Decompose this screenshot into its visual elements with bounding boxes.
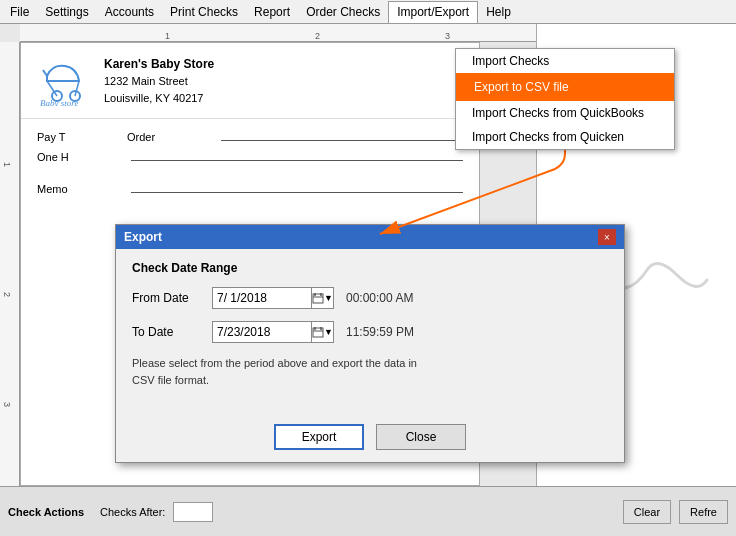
dropdown-import-checks[interactable]: Import Checks — [456, 49, 674, 73]
memo-line — [131, 179, 463, 193]
to-date-value: 7/23/2018 — [217, 325, 270, 339]
svg-text:Baby store: Baby store — [40, 98, 78, 106]
ruler-vtick-1: 1 — [2, 162, 12, 167]
menu-import-export[interactable]: Import/Export — [388, 1, 478, 23]
menu-file[interactable]: File — [2, 2, 37, 22]
memo-label: Memo — [37, 183, 127, 195]
to-date-label: To Date — [132, 325, 212, 339]
from-date-value: 7/ 1/2018 — [217, 291, 267, 305]
checks-after-label: Checks After: — [100, 506, 165, 518]
menu-report[interactable]: Report — [246, 2, 298, 22]
dialog-title: Export — [124, 230, 162, 244]
dialog-body: Check Date Range From Date 7/ 1/2018 — [116, 249, 624, 416]
from-date-label: From Date — [132, 291, 212, 305]
clear-button[interactable]: Clear — [623, 500, 671, 524]
from-date-input-group: 7/ 1/2018 ▼ — [212, 287, 334, 309]
dropdown-import-quickbooks[interactable]: Import Checks from QuickBooks — [456, 101, 674, 125]
import-export-dropdown: Import Checks Export to CSV file Import … — [455, 48, 675, 150]
from-time: 00:00:00 AM — [346, 291, 413, 305]
pay-to-label: Pay T — [37, 131, 127, 143]
amount-line — [131, 147, 463, 161]
to-date-picker-btn[interactable]: ▼ — [312, 321, 334, 343]
pay-to-row: Pay T Order — [37, 127, 463, 143]
to-date-row: To Date 7/23/2018 ▼ — [132, 321, 608, 343]
to-date-input[interactable]: 7/23/2018 — [212, 321, 312, 343]
export-dialog: Export × Check Date Range From Date 7/ 1… — [115, 224, 625, 463]
hint-text: Please select from the period above and … — [132, 355, 608, 388]
check-actions-label: Check Actions — [8, 506, 84, 518]
ruler-vtick-3: 3 — [2, 402, 12, 407]
pay-to-line — [221, 127, 463, 141]
company-address1: 1232 Main Street — [104, 73, 214, 90]
one-hundred-label: One H — [37, 151, 127, 163]
hint-line1: Please select from the period above and … — [132, 357, 417, 369]
app-area: 1 2 3 1 2 3 Baby store — [0, 24, 736, 536]
menu-accounts[interactable]: Accounts — [97, 2, 162, 22]
calendar-icon-2 — [312, 326, 324, 338]
menubar: File Settings Accounts Print Checks Repo… — [0, 0, 736, 24]
from-date-input[interactable]: 7/ 1/2018 — [212, 287, 312, 309]
to-date-input-group: 7/23/2018 ▼ — [212, 321, 334, 343]
dialog-footer: Export Close — [116, 416, 624, 462]
to-time: 11:59:59 PM — [346, 325, 414, 339]
hint-line2: CSV file format. — [132, 374, 209, 386]
dropdown-arrow-icon: ▼ — [324, 293, 333, 303]
check-body: Pay T Order One H Memo — [21, 119, 479, 207]
dialog-titlebar: Export × — [116, 225, 624, 249]
export-button[interactable]: Export — [274, 424, 364, 450]
ruler-vertical: 1 2 3 — [0, 42, 20, 536]
dropdown-import-quicken[interactable]: Import Checks from Quicken — [456, 125, 674, 149]
check-header: Baby store Karen's Baby Store 1232 Main … — [21, 43, 479, 119]
menu-help[interactable]: Help — [478, 2, 519, 22]
dropdown-export-csv[interactable]: Export to CSV file — [456, 73, 674, 101]
company-logo: Baby store — [37, 56, 92, 106]
from-date-picker-btn[interactable]: ▼ — [312, 287, 334, 309]
close-dialog-button[interactable]: Close — [376, 424, 466, 450]
ruler-tick-2: 2 — [315, 31, 320, 41]
ruler-tick-3: 3 — [445, 31, 450, 41]
ruler-vtick-2: 2 — [2, 292, 12, 297]
company-info: Karen's Baby Store 1232 Main Street Loui… — [104, 55, 214, 106]
from-date-row: From Date 7/ 1/2018 ▼ — [132, 287, 608, 309]
bottom-toolbar: Check Actions Checks After: Clear Refre — [0, 486, 736, 536]
amount-row: One H — [37, 147, 463, 163]
order-label: Order — [127, 131, 217, 143]
dropdown-arrow-icon-2: ▼ — [324, 327, 333, 337]
menu-order-checks[interactable]: Order Checks — [298, 2, 388, 22]
ruler-tick-1: 1 — [165, 31, 170, 41]
svg-line-2 — [43, 70, 47, 76]
company-address2: Louisville, KY 40217 — [104, 90, 214, 107]
memo-row: Memo — [37, 179, 463, 195]
menu-print-checks[interactable]: Print Checks — [162, 2, 246, 22]
section-title: Check Date Range — [132, 261, 608, 275]
checks-after-input[interactable] — [173, 502, 213, 522]
refresh-button[interactable]: Refre — [679, 500, 728, 524]
company-name: Karen's Baby Store — [104, 55, 214, 73]
calendar-icon — [312, 292, 324, 304]
dialog-close-x-button[interactable]: × — [598, 229, 616, 245]
menu-settings[interactable]: Settings — [37, 2, 96, 22]
